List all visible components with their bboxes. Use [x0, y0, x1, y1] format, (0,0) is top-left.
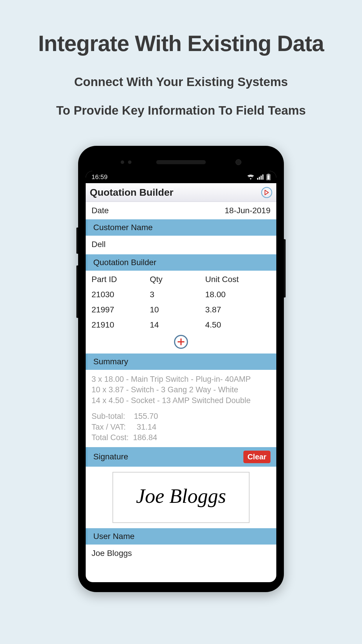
quotation-builder-header: Quotation Builder: [86, 254, 276, 271]
date-value: 18-Jun-2019: [225, 206, 270, 215]
cell-cost: 3.87: [205, 305, 270, 314]
summary-header: Summary: [86, 354, 276, 370]
svg-rect-6: [267, 175, 270, 180]
svg-rect-3: [262, 174, 263, 180]
cell-part: 21910: [92, 320, 150, 330]
cell-part: 21997: [92, 305, 150, 314]
phone-screen: 16:59 Quotation Builder Date: [86, 171, 276, 582]
table-row[interactable]: 21910 14 4.50: [92, 317, 270, 332]
tax-label: Tax / VAT:: [92, 423, 126, 431]
status-time: 16:59: [92, 173, 108, 181]
username-value[interactable]: Joe Bloggs: [86, 545, 276, 563]
svg-rect-0: [257, 178, 258, 180]
clear-button[interactable]: Clear: [243, 451, 270, 463]
cell-qty: 14: [150, 320, 205, 330]
svg-rect-2: [261, 176, 262, 180]
signature-header: Signature Clear: [86, 447, 276, 467]
date-label: Date: [92, 206, 109, 215]
summary-line: 14 x 4.50 - Socket - 13 AMP Switched Dou…: [92, 395, 270, 406]
table-row[interactable]: 21030 3 18.00: [92, 287, 270, 302]
table-row[interactable]: 21997 10 3.87: [92, 302, 270, 317]
cell-cost: 4.50: [205, 320, 270, 330]
col-header-part: Part ID: [92, 275, 150, 284]
wifi-icon: [247, 174, 254, 180]
summary-line: 3 x 18.00 - Main Trip Switch - Plug-in- …: [92, 374, 270, 384]
hero-title: Integrate With Existing Data: [0, 31, 362, 56]
signature-value: Joe Bloggs: [136, 484, 226, 508]
svg-rect-1: [259, 177, 260, 180]
subtotal-label: Sub-total:: [92, 412, 125, 421]
battery-icon: [266, 174, 270, 180]
username-header: User Name: [86, 528, 276, 545]
cell-cost: 18.00: [205, 290, 270, 299]
cell-part: 21030: [92, 290, 150, 299]
total-label: Total Cost:: [92, 433, 129, 442]
col-header-qty: Qty: [150, 275, 205, 284]
hero-subtitle-2: To Provide Key Information To Field Team…: [0, 104, 362, 118]
app-title-bar: Quotation Builder: [86, 183, 276, 202]
table-header-row: Part ID Qty Unit Cost: [92, 272, 270, 287]
total-value: 186.84: [133, 433, 157, 442]
play-button[interactable]: [261, 187, 272, 198]
signal-icon: [257, 174, 263, 180]
hero-subtitle-1: Connect With Your Existing Systems: [0, 75, 362, 89]
customer-name-value[interactable]: Dell: [86, 236, 276, 254]
cell-qty: 3: [150, 290, 205, 299]
app-title: Quotation Builder: [90, 187, 173, 198]
tax-value: 31.14: [137, 423, 157, 431]
subtotal-value: 155.70: [134, 412, 158, 421]
customer-name-header: Customer Name: [86, 219, 276, 236]
cell-qty: 10: [150, 305, 205, 314]
phone-frame: 16:59 Quotation Builder Date: [78, 146, 284, 592]
date-row: Date 18-Jun-2019: [86, 202, 276, 219]
signature-pad[interactable]: Joe Bloggs: [113, 472, 249, 523]
status-bar: 16:59: [86, 171, 276, 183]
add-row-button[interactable]: [174, 335, 188, 349]
col-header-cost: Unit Cost: [205, 275, 270, 284]
summary-content: 3 x 18.00 - Main Trip Switch - Plug-in- …: [86, 370, 276, 447]
summary-line: 10 x 3.87 - Switch - 3 Gang 2 Way - Whit…: [92, 384, 270, 395]
